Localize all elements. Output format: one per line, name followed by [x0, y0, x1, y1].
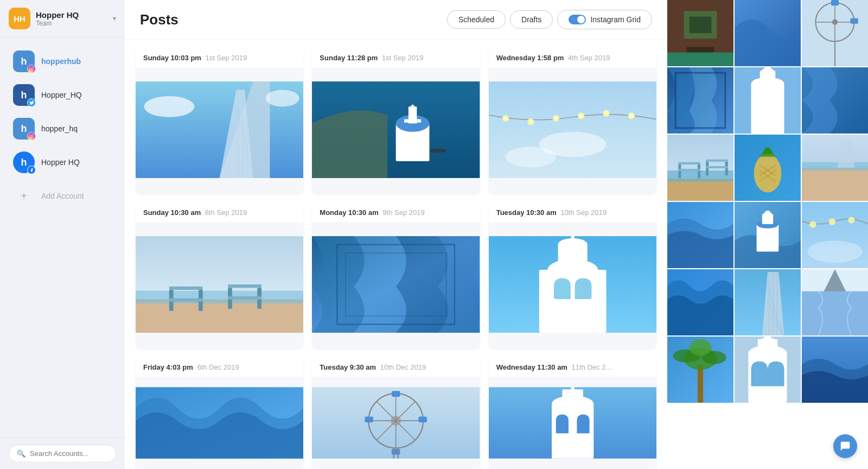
svg-rect-117 — [725, 162, 728, 175]
svg-rect-163 — [762, 338, 774, 341]
svg-rect-114 — [678, 169, 700, 171]
svg-rect-42 — [136, 291, 303, 303]
grid-cell — [735, 202, 801, 268]
grid-cell — [667, 0, 733, 66]
post-image — [136, 222, 303, 347]
post-image — [136, 67, 303, 192]
avatar: h — [13, 84, 35, 106]
drafts-button[interactable]: Drafts — [510, 10, 553, 29]
post-card[interactable]: Tuesday 10:30 am 10th Sep 2019 — [489, 203, 656, 349]
instagram-badge — [27, 65, 36, 73]
twitter-badge — [27, 98, 36, 107]
instagram-grid-button[interactable]: Instagram Grid — [557, 10, 652, 29]
app-title-group: Hopper HQ Team — [36, 10, 110, 27]
account-name: hopperhub — [41, 57, 81, 66]
app-logo: HH — [9, 8, 30, 29]
app-subtitle: Team — [36, 20, 110, 27]
post-time: Tuesday 10:30 am 10th Sep 2019 — [489, 203, 656, 222]
svg-marker-128 — [838, 140, 854, 168]
grid-cell — [667, 269, 733, 335]
sidebar-item-hopper-hq-ig[interactable]: h hopper_hq — [4, 112, 120, 145]
sidebar-item-hopper-hq-fb[interactable]: h Hopper HQ — [4, 146, 120, 179]
grid-cell — [735, 67, 801, 134]
svg-rect-47 — [228, 284, 261, 288]
svg-point-24 — [430, 149, 446, 153]
post-image — [489, 377, 656, 469]
svg-point-157 — [690, 339, 712, 356]
svg-rect-75 — [392, 449, 400, 455]
chat-icon — [839, 440, 851, 452]
post-card[interactable]: Sunday 10:03 pm 1st Sep 2019 — [136, 48, 303, 194]
sidebar-header[interactable]: HH Hopper HQ Team ▾ — [0, 0, 125, 37]
svg-rect-106 — [762, 69, 773, 72]
svg-point-29 — [528, 119, 533, 124]
grid-cell — [802, 337, 868, 403]
post-time: Friday 4:03 pm 6th Dec 2019 — [136, 358, 303, 377]
svg-rect-151 — [802, 291, 868, 335]
chat-bubble[interactable] — [833, 434, 857, 458]
svg-rect-73 — [392, 391, 400, 397]
svg-point-5 — [33, 135, 33, 135]
instagram-grid-label: Instagram Grid — [590, 15, 641, 24]
search-box: 🔍 — [9, 445, 116, 462]
post-image — [489, 67, 656, 192]
grid-cell — [667, 337, 733, 403]
grid-cell — [802, 135, 868, 201]
grid-cell — [735, 269, 801, 335]
post-time: Sunday 10:30 am 8th Sep 2019 — [136, 203, 303, 222]
instagram-grid-panel — [667, 0, 868, 469]
posts-grid-container: Sunday 10:03 pm 1st Sep 2019 — [125, 40, 667, 469]
post-card[interactable]: Wednesday 11:30 am 11th Dec 2... — [489, 358, 656, 469]
header-buttons: Scheduled Drafts Instagram Grid — [447, 10, 652, 29]
svg-point-31 — [554, 116, 558, 121]
svg-rect-89 — [667, 53, 733, 66]
chevron-down-icon[interactable]: ▾ — [113, 15, 116, 22]
post-image — [312, 67, 480, 192]
post-time: Wednesday 11:30 am 11th Dec 2... — [489, 358, 656, 377]
post-card[interactable]: Friday 4:03 pm 6th Dec 2019 — [136, 358, 303, 469]
svg-rect-109 — [667, 179, 733, 201]
post-card[interactable]: Tuesday 9:30 am 10th Dec 2019 — [312, 358, 480, 469]
accounts-list: h hopperhub h Hopper_HQ h — [0, 37, 125, 438]
grid-inner — [667, 0, 868, 403]
svg-rect-50 — [228, 296, 261, 300]
svg-rect-118 — [706, 166, 728, 168]
post-image — [489, 222, 656, 347]
grid-cell — [735, 0, 801, 66]
account-name: hopper_hq — [41, 124, 78, 133]
scheduled-button[interactable]: Scheduled — [447, 10, 506, 29]
grid-cell — [802, 202, 868, 268]
post-time: Tuesday 9:30 am 10th Dec 2019 — [312, 358, 480, 377]
svg-rect-74 — [419, 416, 427, 422]
sidebar-item-hopper-hq-twitter[interactable]: h Hopper_HQ — [4, 79, 120, 111]
search-container: 🔍 — [0, 438, 125, 469]
post-card[interactable]: Monday 10:30 am 9th Sep 2019 — [312, 203, 480, 349]
post-card[interactable]: Sunday 11:28 pm 1st Sep 2019 — [312, 48, 480, 194]
svg-rect-97 — [850, 18, 858, 24]
svg-rect-46 — [169, 299, 203, 302]
svg-point-140 — [807, 240, 863, 263]
svg-rect-153 — [698, 364, 703, 403]
post-card[interactable]: Sunday 10:30 am 8th Sep 2019 — [136, 203, 303, 349]
grid-cell — [802, 0, 868, 66]
grid-cell — [802, 67, 868, 134]
svg-point-139 — [848, 217, 854, 223]
post-card[interactable]: Wednesday 1:58 pm 4th Sep 2019 — [489, 48, 656, 194]
account-name: Hopper_HQ — [41, 91, 82, 99]
grid-cell — [735, 337, 801, 403]
add-account-button[interactable]: + Add Account — [4, 180, 120, 212]
avatar: h — [13, 50, 35, 72]
svg-point-1 — [30, 68, 32, 69]
svg-rect-96 — [831, 0, 839, 5]
search-input[interactable] — [30, 449, 108, 458]
post-image — [312, 377, 480, 469]
grid-cell — [735, 135, 801, 201]
svg-point-2 — [33, 67, 33, 68]
facebook-badge — [27, 166, 36, 174]
svg-rect-43 — [169, 287, 203, 290]
svg-rect-161 — [758, 339, 778, 354]
svg-rect-102 — [751, 84, 784, 134]
account-name: Hopper HQ — [41, 158, 80, 167]
sidebar-item-hopperhub[interactable]: h hopperhub — [4, 45, 120, 78]
avatar: h — [13, 118, 35, 140]
